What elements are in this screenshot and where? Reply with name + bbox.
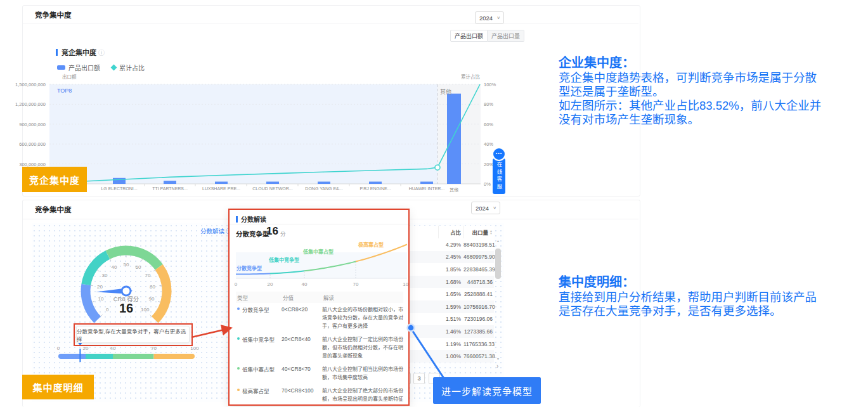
- svg-text:分散竞争型: 分散竞争型: [236, 265, 262, 271]
- popup-row-range: 70<CR8<100: [282, 387, 322, 403]
- ytick-right-1: 80%: [484, 101, 493, 107]
- gauge-seg-低集中竞争型: [86, 255, 108, 285]
- table-row: 2.45%46809975.90: [410, 251, 494, 264]
- company-concentration-chart: [0, 0, 639, 200]
- popup-row-desc: 前八大企业控制了绝大部分的市场份额，市场呈现出明显的寡头垄断特征: [322, 387, 403, 403]
- svg-text:100: 100: [403, 281, 408, 287]
- row-share-cell: 1.19%: [438, 341, 463, 347]
- type-dot-icon: [237, 337, 240, 340]
- svg-text:20: 20: [268, 281, 273, 287]
- chevron-down-icon: ∨: [496, 15, 500, 20]
- popup-table-body: 分散竞争型0<CR8<20前八大企业的市场份额相对较小，市场竞争较为分散，存在大…: [236, 303, 403, 406]
- screen: 竞争集中度 2024 ∨ 产品出口额 产品出口量 竞企集中度 ⓘ 产品出口额 累…: [0, 0, 868, 407]
- popup-table-row: 极高寡占型70<CR8<100前八大企业控制了绝大部分的市场份额，市场呈现出明显…: [236, 384, 403, 406]
- table-row: 1.59%10756916.70: [410, 300, 494, 313]
- legend-line-label[interactable]: 累计占比: [119, 63, 145, 72]
- ytick-right-5: 0%: [484, 181, 491, 187]
- popup-row-desc: 前八大企业的市场份额相对较小，市场竞争较为分散，存在大量的竞争对手，客户有更多选…: [322, 306, 403, 330]
- popup-table-row: 低集中寡占型40<CR8<70前八大企业控制了相当比例的市场份额，市场集中度较高: [236, 363, 403, 384]
- section-label-company-concentration: 竞企集中度 ⓘ: [56, 47, 105, 57]
- ytick-right-0: 100%: [484, 82, 496, 87]
- row-volume-cell: 46809975.90: [463, 254, 494, 260]
- region-label-top8: TOP8: [57, 87, 72, 94]
- type-dot-icon: [237, 367, 240, 370]
- svg-text:80: 80: [150, 284, 155, 290]
- table-row: 4.29%88403198.51: [410, 238, 494, 251]
- panel1-title-divider: [23, 23, 638, 23]
- xlabel-5: P.RJ ENGINE...: [360, 186, 391, 191]
- sort-icon[interactable]: ▲▼: [489, 229, 493, 235]
- gauge-result-tooltip: 分散竞争型,存在大量竞争对手，客户有更多选择: [76, 326, 190, 343]
- gauge-seg-分散竞争型: [86, 285, 98, 320]
- bar-4: [318, 182, 330, 184]
- ytick-right-4: 20%: [484, 162, 493, 167]
- year-value-panel1: 2024: [479, 15, 493, 22]
- scrollbar-thumb[interactable]: [495, 249, 501, 279]
- popup-row-range: 20<CR8<40: [282, 335, 322, 360]
- row-share-cell: 1.65%: [438, 291, 463, 297]
- legend-bar-swatch: [57, 65, 65, 70]
- region-label-other: 其他: [440, 87, 451, 96]
- panel1-title: 竞争集中度: [35, 10, 72, 20]
- popup-row-range: 0<CR8<20: [282, 306, 322, 330]
- popup-row-type: 低集中竞争型: [236, 335, 282, 360]
- row-share-cell: 1.59%: [438, 304, 463, 310]
- scroll-up-arrow[interactable]: ▲: [494, 239, 502, 243]
- xlabel-4: DONG YANG E&...: [305, 186, 342, 191]
- annotation-block-detail: 集中度明细： 直接给到用户分析结果，帮助用户判断目前该产品 是否存在大量竞争对手…: [559, 275, 868, 318]
- year-dropdown-panel2[interactable]: 2024 ∨: [471, 202, 500, 214]
- annotation-heading: 企业集中度：: [559, 56, 868, 70]
- type-dot-icon: [237, 389, 240, 391]
- interpret-model-button[interactable]: 进一步解读竞争模型: [433, 377, 541, 404]
- pagination-box-current[interactable]: 3: [413, 373, 425, 384]
- svg-text:20: 20: [83, 346, 89, 351]
- type-label: 低集中竞争型: [242, 335, 275, 360]
- popup-row-desc: 前八大企业控制了相当比例的市场份额，市场集中度较高: [322, 365, 403, 382]
- chat-bubble-icon: •••: [492, 147, 506, 161]
- svg-text:70: 70: [145, 273, 151, 278]
- popup-table-row: 低集中竞争型20<CR8<40前八大企业控制了一定比例的市场份额，但市场仍然相对…: [236, 333, 403, 363]
- online-service-label: 在线客服: [495, 162, 503, 191]
- table-row: 1.65%2528888.41: [410, 288, 494, 300]
- xlabel-3: CLOUD NETWOR...: [252, 186, 292, 191]
- row-share-cell: 1.68%: [438, 279, 463, 285]
- info-icon[interactable]: ⓘ: [98, 48, 105, 57]
- ytick-left-3: 600,000,000: [8, 141, 46, 147]
- popup-row-type: 分散竞争型: [236, 306, 282, 330]
- online-service-body: 在线客服: [493, 158, 505, 194]
- legend-line-swatch: [111, 65, 117, 71]
- year-value-panel2: 2024: [476, 205, 489, 212]
- row-volume-cell: 1273385.66: [463, 328, 494, 335]
- table-row: 1.85%22838465.39: [410, 263, 494, 276]
- type-label: 低集中寡占型: [242, 365, 275, 382]
- toggle-export-volume[interactable]: 产品出口量: [488, 30, 524, 42]
- toggle-export-amount[interactable]: 产品出口额: [450, 30, 488, 42]
- annotation-block-company: 企业集中度： 竞企集中度趋势表格，可判断竞争市场是属于分散 型还是属于垄断型。 …: [559, 56, 868, 127]
- row-share-cell: 1.00%: [438, 353, 463, 359]
- annotation-heading: 集中度明细：: [559, 275, 868, 289]
- bar-6: [420, 182, 433, 184]
- ytick-right-3: 40%: [484, 141, 493, 147]
- table-header-share: 占比: [438, 226, 463, 238]
- xlabel-6: HUAWEI INTER...: [409, 186, 445, 191]
- ytick-right-2: 60%: [484, 122, 493, 127]
- svg-text:极高寡占型: 极高寡占型: [358, 242, 384, 248]
- scroll-right-icon[interactable]: ›: [496, 363, 498, 370]
- popup-table-header: 类型 分值 解读: [236, 292, 403, 303]
- legend-bar-label[interactable]: 产品出口额: [68, 63, 100, 72]
- row-volume-cell: 2528888.41: [463, 291, 494, 297]
- annotation-body: 直接给到用户分析结果，帮助用户判断目前该产品 是否存在大量竞争对手，是否有更多选…: [559, 290, 868, 318]
- table-header-volume[interactable]: 出口量 ▲▼: [463, 226, 494, 238]
- badge-company-concentration: 竞企集中度: [22, 167, 87, 192]
- table-header-hidden-col: [410, 226, 438, 238]
- row-volume-cell: 11765336.33: [463, 341, 494, 347]
- scroll-down-arrow[interactable]: ▼: [494, 357, 502, 361]
- svg-text:70: 70: [353, 281, 359, 287]
- row-share-cell: 1.51%: [438, 316, 463, 322]
- table-body: 4.29%88403198.512.45%46809975.901.85%228…: [410, 238, 494, 363]
- year-dropdown-panel1[interactable]: 2024 ∨: [475, 11, 504, 24]
- popup-table-row: 分散竞争型0<CR8<20前八大企业的市场份额相对较小，市场竞争较为分散，存在大…: [236, 303, 403, 333]
- table-row: 1.00%76600571.38: [410, 350, 494, 363]
- axis-name-right: 累计占比: [461, 73, 480, 80]
- row-share-cell: 1.46%: [438, 328, 463, 335]
